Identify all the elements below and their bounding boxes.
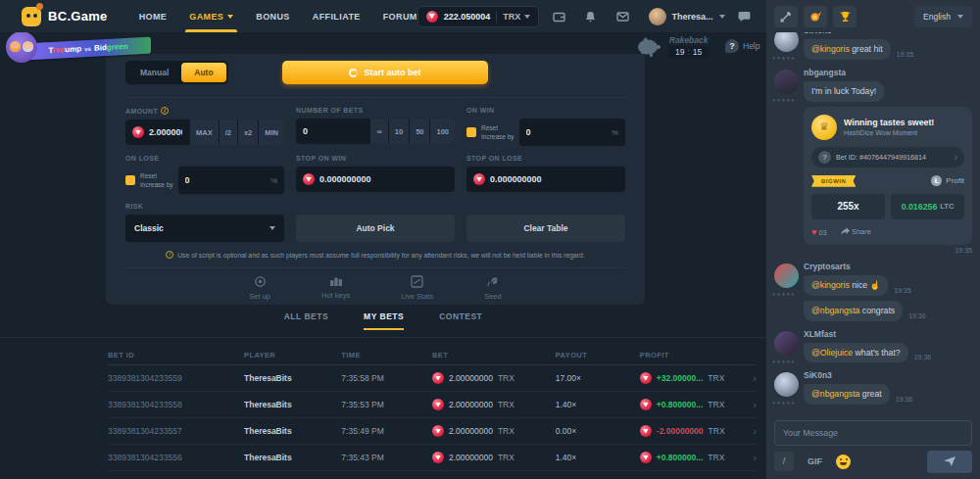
table-row[interactable]: 3389381304233559 TheresaBits 7:35:58 PM …: [108, 365, 757, 392]
live-stats-button[interactable]: Live Stats: [401, 275, 433, 301]
win-share-card[interactable]: ♛ Winning tastes sweet! HashDice Wow Mom…: [804, 107, 972, 245]
chevron-down-icon: [719, 15, 725, 19]
help-widget[interactable]: ? Help: [725, 39, 760, 53]
tab-all-bets[interactable]: ALL BETS: [284, 311, 328, 330]
win-card-bet-id[interactable]: ? Bet ID: #4076447949916814 ›: [811, 147, 964, 168]
nav-home[interactable]: HOME: [139, 0, 168, 32]
user-menu[interactable]: Theresa...: [649, 8, 725, 25]
mention[interactable]: @kingoris: [811, 280, 850, 290]
chat-message: @kingoris great hit: [804, 39, 891, 60]
rakeback-info: Rakeback 19:15: [668, 35, 709, 58]
setup-button[interactable]: Set up: [249, 275, 270, 301]
language-select[interactable]: English: [914, 6, 972, 27]
info-icon[interactable]: i: [161, 107, 169, 115]
nav-affiliate[interactable]: AFFILIATE: [313, 0, 361, 32]
bet-amount: 2.00000000: [449, 453, 493, 462]
nav-games[interactable]: GAMES: [189, 0, 233, 32]
on-lose-percent-input[interactable]: [185, 175, 270, 185]
player: TheresaBits: [244, 453, 341, 462]
stop-on-win-input[interactable]: [319, 174, 448, 184]
script-disclaimer: ! Use of script is optional and as such …: [125, 251, 625, 259]
mention[interactable]: @kingoris: [811, 44, 850, 54]
ltc-coin-icon: Ł: [931, 175, 942, 186]
on-win-percent-input[interactable]: [526, 127, 612, 137]
balance-pill[interactable]: 222.050004 TRX: [417, 6, 540, 27]
mention[interactable]: @Oliejuice: [811, 348, 853, 358]
chat-username[interactable]: nbgangsta: [804, 68, 972, 77]
tab-my-bets[interactable]: MY BETS: [364, 311, 404, 330]
amount-half-button[interactable]: /2: [220, 120, 237, 145]
risk-select[interactable]: Classic: [125, 215, 284, 242]
wallet-button[interactable]: [547, 7, 570, 26]
number-of-bets-input[interactable]: [303, 126, 363, 136]
payout: 17.00×: [556, 373, 640, 383]
avatar[interactable]: [774, 263, 799, 288]
percent-suffix: %: [270, 176, 277, 185]
amount-input[interactable]: [149, 127, 182, 137]
mention[interactable]: @nbgangsta: [811, 306, 859, 315]
dart-icon: [780, 11, 792, 23]
emoji-picker-button[interactable]: [836, 455, 851, 469]
table-row[interactable]: 3389381304233558 TheresaBits 7:35:53 PM …: [108, 392, 757, 418]
trophy-button[interactable]: [833, 6, 857, 27]
mention[interactable]: @nbgangsta: [811, 389, 859, 399]
clear-table-button[interactable]: Clear Table: [466, 215, 625, 242]
table-row[interactable]: 3389381304233556 TheresaBits 7:35:43 PM …: [108, 445, 757, 471]
avatar[interactable]: [774, 331, 799, 356]
chevron-right-icon[interactable]: ›: [753, 372, 757, 384]
bets-50-button[interactable]: 50: [410, 119, 429, 144]
chat-messages: ●●●●● SiK0n3 @kingoris great hit19:35 ●●…: [766, 32, 980, 416]
on-win-field-group: ON WIN ResetIncrease by %: [466, 107, 625, 146]
like-button[interactable]: ♥ 03: [811, 227, 827, 237]
promo-banner-ribbon: Tredump vs Bidgreen: [25, 37, 151, 61]
send-message-button[interactable]: [927, 451, 972, 473]
hot-keys-button[interactable]: Hot keys: [321, 275, 350, 301]
fireball-button[interactable]: [804, 6, 827, 27]
trx-coin-icon: [432, 399, 444, 410]
amount-min-button[interactable]: MIN: [259, 120, 284, 145]
share-button[interactable]: Share: [841, 227, 871, 236]
level-badges: ●●●●●: [772, 359, 796, 364]
bcgame-logo[interactable]: BC.Game: [22, 7, 108, 26]
chat-toggle-button[interactable]: [733, 7, 757, 26]
on-lose-reset-checkbox[interactable]: [125, 175, 135, 185]
stop-on-lose-input[interactable]: [490, 174, 618, 184]
chat-username[interactable]: XLMfast: [804, 329, 972, 339]
auto-mode-button[interactable]: Auto: [181, 63, 225, 82]
chevron-right-icon[interactable]: ›: [753, 452, 757, 463]
chevron-right-icon[interactable]: ›: [753, 399, 757, 410]
chat-username[interactable]: Cryptosarts: [804, 262, 972, 271]
dart-button[interactable]: [774, 6, 798, 27]
currency-selector[interactable]: TRX: [503, 12, 530, 22]
start-auto-bet-button[interactable]: Start auto bet: [282, 61, 488, 84]
notifications-button[interactable]: [579, 7, 603, 26]
bets-10-button[interactable]: 10: [389, 119, 409, 144]
bets-infinite-button[interactable]: ∞: [370, 119, 387, 144]
reset-label: Reset: [481, 124, 514, 131]
avatar[interactable]: [774, 372, 799, 397]
messages-button[interactable]: [611, 7, 634, 26]
auto-pick-button[interactable]: Auto Pick: [296, 215, 455, 242]
amount-max-button[interactable]: MAX: [190, 120, 219, 145]
seed-icon: [486, 275, 499, 288]
on-win-reset-checkbox[interactable]: [466, 127, 476, 137]
amount-double-button[interactable]: x2: [238, 120, 258, 145]
tab-contest[interactable]: CONTEST: [439, 311, 482, 330]
bets-100-button[interactable]: 100: [430, 119, 455, 144]
nav-forum[interactable]: FORUM: [383, 0, 417, 32]
promo-banner[interactable]: Tredump vs Bidgreen: [6, 33, 163, 65]
rakeback-widget[interactable]: Rakeback 19:15: [635, 35, 709, 58]
chat-message-input[interactable]: [783, 428, 963, 438]
chat-username[interactable]: SiK0n3: [804, 32, 972, 35]
chevron-right-icon[interactable]: ›: [753, 425, 757, 437]
avatar[interactable]: [774, 32, 799, 52]
avatar[interactable]: [774, 70, 799, 94]
chat-username[interactable]: SiK0n3: [804, 370, 972, 380]
gear-icon: [254, 275, 267, 288]
table-row[interactable]: 3389381304233557 TheresaBits 7:35:49 PM …: [108, 418, 757, 445]
gif-button[interactable]: GIF: [808, 456, 822, 466]
nav-bonus[interactable]: BONUS: [256, 0, 290, 32]
manual-mode-button[interactable]: Manual: [127, 63, 181, 82]
seed-button[interactable]: Seed: [484, 275, 502, 301]
slash-commands-button[interactable]: /: [774, 452, 794, 471]
